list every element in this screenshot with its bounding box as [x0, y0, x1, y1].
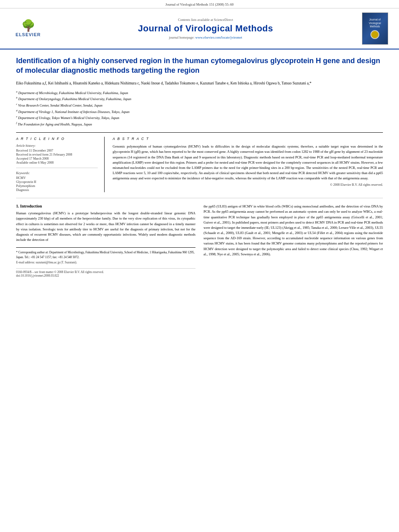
history-revised: Received in revised form 21 February 200…: [16, 153, 98, 156]
history-online: Available online 6 May 2008: [16, 161, 98, 164]
footnote-star: * Corresponding author at: Department of…: [16, 250, 195, 259]
cover-circle-graphic: [370, 30, 379, 39]
section-divider: [16, 198, 383, 198]
abstract-col: A B S T R A C T Genomic polymorphism of …: [113, 137, 383, 192]
homepage-label: journal homepage:: [169, 35, 195, 39]
affil-c: c Virus Research Center, Sendai Medical …: [16, 102, 383, 108]
affil-text-e: Department of Urology, Tokyo Women's Med…: [18, 116, 119, 120]
body-col-left: 1. Introduction Human cytomegalovirus (H…: [16, 204, 195, 277]
affil-d: d Department of Virology 1, National Ins…: [16, 109, 383, 115]
affil-sup-a: a: [16, 90, 17, 93]
affil-text-f: The Foundation for Aging and Health, Nag…: [18, 122, 92, 126]
journal-header: 🌳 ELSEVIER Contents lists available at S…: [0, 8, 399, 49]
body-text-section: 1. Introduction Human cytomegalovirus (H…: [16, 204, 383, 277]
affil-f: f The Foundation for Aging and Health, N…: [16, 121, 383, 127]
footnote-email: E-mail address: suzutani@fmu.ac.jp (T. S…: [16, 261, 195, 264]
body-text-right: the pp65 (UL83) antigen of HCMV in white…: [204, 204, 383, 257]
sciencedirect-line: Contents lists available at ScienceDirec…: [52, 18, 359, 22]
history-received: Received 11 December 2007: [16, 149, 98, 152]
bottom-footer: 0166-0934/$ – see front matter © 2008 El…: [16, 268, 195, 277]
authors-text: Eiko Fukushima a,f, Kei Ishibashi a, His…: [16, 81, 311, 85]
affil-text-b: Department of Otolaryngology, Fukushima …: [18, 97, 131, 101]
intro-heading: 1. Introduction: [16, 204, 195, 208]
main-content: Identification of a highly conserved reg…: [0, 49, 399, 286]
keyword-glycoprotein: Glycoprotein H: [16, 180, 98, 184]
affil-text-c: Virus Research Center, Sendai Medical Ce…: [18, 103, 103, 107]
affil-sup-b: b: [16, 96, 17, 99]
article-info-abstract-section: A R T I C L E I N F O Article history: R…: [16, 132, 383, 192]
elsevier-wordmark: ELSEVIER: [16, 32, 41, 37]
keyword-polymorphism: Polymorphism: [16, 184, 98, 188]
journal-citation-text: Journal of Virological Methods 151 (2008…: [165, 2, 233, 6]
info-divider: [16, 168, 98, 168]
affil-b: b Department of Otolaryngology, Fukushim…: [16, 96, 383, 102]
abstract-label: A B S T R A C T: [113, 137, 383, 141]
intro-para-1: Human cytomegalovirus (HCMV) is a protot…: [16, 211, 195, 242]
affil-a: a Department of Microbiology, Fukushima …: [16, 90, 383, 96]
elsevier-logo: 🌳 ELSEVIER: [8, 18, 48, 40]
abstract-text: Genomic polymorphism of human cytomegalo…: [113, 144, 383, 181]
journal-citation-bar: Journal of Virological Methods 151 (2008…: [0, 0, 399, 8]
affil-text-a: Department of Microbiology, Fukushima Me…: [18, 91, 128, 95]
article-info-label: A R T I C L E I N F O: [16, 137, 98, 141]
footnote-area: * Corresponding author at: Department of…: [16, 247, 195, 264]
elsevier-logo-area: 🌳 ELSEVIER: [8, 18, 52, 40]
keyword-hcmv: HCMV: [16, 176, 98, 180]
elsevier-tree-icon: 🌳: [21, 20, 35, 31]
intro-para-2: the pp65 (UL83) antigen of HCMV in white…: [204, 204, 383, 257]
authors-line: Eiko Fukushima a,f, Kei Ishibashi a, His…: [16, 80, 383, 86]
affil-sup-c: c: [16, 103, 17, 105]
journal-header-center: Contents lists available at ScienceDirec…: [52, 18, 359, 39]
homepage-url[interactable]: www.elsevier.com/locate/jviromet: [195, 35, 243, 39]
journal-cover-image: Journal of Virological Methods: [362, 12, 388, 45]
keyword-diagnosis: Diagnosis: [16, 188, 98, 192]
affil-e: e Department of Urology, Tokyo Women's M…: [16, 115, 383, 121]
sciencedirect-label: Contents lists available at ScienceDirec…: [178, 18, 233, 22]
affil-text-d: Department of Virology 1, National Insti…: [18, 109, 130, 113]
keywords-label: Keywords:: [16, 171, 98, 175]
footer-issn: 0166-0934/$ – see front matter © 2008 El…: [16, 270, 195, 274]
body-col-right: the pp65 (UL83) antigen of HCMV in white…: [204, 204, 383, 277]
abstract-copyright: © 2008 Elsevier B.V. All rights reserved…: [113, 183, 383, 187]
journal-cover-area: Journal of Virological Methods: [359, 12, 391, 45]
article-title: Identification of a highly conserved reg…: [16, 56, 383, 76]
article-info-col: A R T I C L E I N F O Article history: R…: [16, 137, 105, 192]
affil-sup-f: f: [16, 121, 17, 124]
history-label: Article history:: [16, 144, 98, 148]
cover-title-text: Journal of Virological Methods: [364, 18, 386, 28]
affil-sup-e: e: [16, 115, 17, 118]
journal-homepage-line: journal homepage: www.elsevier.com/locat…: [52, 35, 359, 39]
footer-doi: doi:10.1016/j.jviromet.2008.03.022: [16, 274, 195, 277]
body-text-left: Human cytomegalovirus (HCMV) is a protot…: [16, 211, 195, 242]
journal-title: Journal of Virological Methods: [52, 23, 359, 34]
affiliations-block: a Department of Microbiology, Fukushima …: [16, 90, 383, 127]
history-accepted: Accepted 17 March 2008: [16, 157, 98, 160]
affil-sup-d: d: [16, 109, 17, 112]
